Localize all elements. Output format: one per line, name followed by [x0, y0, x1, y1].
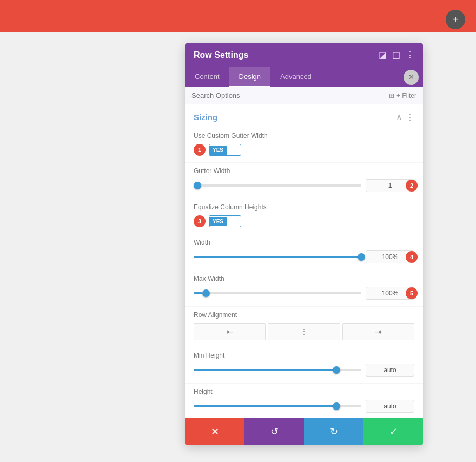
max-width-track[interactable]: [194, 292, 361, 294]
toggle-thumb-1: [227, 145, 240, 155]
align-center-button[interactable]: ⋮: [268, 323, 340, 340]
tab-advanced[interactable]: Advanced: [270, 67, 321, 87]
setting-max-width: Max Width 5: [185, 270, 423, 307]
use-custom-gutter-width-toggle-row: 1 YES: [194, 144, 414, 156]
gutter-width-value-wrap: 2: [366, 179, 414, 192]
max-width-label: Max Width: [194, 275, 414, 282]
equalize-col-heights-toggle-row: 3 YES: [194, 215, 414, 227]
gutter-width-slider-row: 2: [194, 179, 414, 192]
align-right-icon: ⇥: [375, 327, 381, 336]
setting-height: Height: [185, 384, 423, 418]
row-settings-panel: Row Settings ◪ ◫ ⋮ Content Design Advanc…: [185, 43, 423, 445]
search-bar: ⊞ + Filter: [185, 87, 423, 104]
setting-use-custom-gutter-width: Use Custom Gutter Width 1 YES: [185, 128, 423, 163]
filter-icon: ⊞: [389, 92, 394, 100]
row-alignment-label: Row Alignment: [194, 311, 414, 319]
section-actions: ∧ ⋮: [396, 112, 414, 122]
gutter-width-track[interactable]: [194, 184, 361, 187]
max-width-value-wrap: 5: [366, 287, 414, 300]
min-height-track[interactable]: [194, 369, 361, 371]
align-center-icon: ⋮: [300, 327, 308, 336]
toggle-1[interactable]: YES: [209, 144, 241, 156]
section-more-icon[interactable]: ⋮: [406, 112, 414, 122]
alignment-row: ⇤ ⋮ ⇥: [194, 323, 414, 340]
close-button[interactable]: ✕: [404, 70, 419, 85]
width-track[interactable]: [194, 256, 361, 258]
undo-button[interactable]: ↺: [244, 418, 304, 445]
collapse-icon[interactable]: ∧: [396, 112, 402, 122]
undo-icon: ↺: [270, 426, 279, 438]
top-bar: [0, 0, 476, 32]
width-value-wrap: 4: [366, 250, 414, 263]
toggle-3[interactable]: YES: [209, 215, 241, 227]
panel-header-icons: ◪ ◫ ⋮: [379, 50, 414, 60]
badge-4: 4: [406, 251, 418, 263]
badge-1: 1: [194, 144, 206, 156]
badge-5: 5: [406, 287, 418, 299]
setting-width: Width 4: [185, 234, 423, 270]
layout-icon[interactable]: ◫: [392, 50, 400, 60]
tab-design[interactable]: Design: [229, 67, 270, 87]
panel-footer: ✕ ↺ ↻ ✓: [185, 418, 423, 445]
use-custom-gutter-width-label: Use Custom Gutter Width: [194, 132, 414, 140]
filter-button[interactable]: ⊞ + Filter: [389, 92, 416, 100]
section-header: Sizing ∧ ⋮: [185, 104, 423, 128]
setting-min-height: Min Height: [185, 347, 423, 384]
cancel-icon: ✕: [211, 426, 219, 438]
responsive-icon[interactable]: ◪: [379, 50, 387, 60]
min-height-input[interactable]: [366, 364, 414, 377]
tab-content[interactable]: Content: [185, 67, 229, 87]
filter-label: + Filter: [396, 92, 416, 100]
setting-row-alignment: Row Alignment ⇤ ⋮ ⇥: [185, 307, 423, 347]
badge-2: 2: [406, 180, 418, 192]
more-icon[interactable]: ⋮: [406, 50, 414, 60]
width-label: Width: [194, 239, 414, 246]
redo-button[interactable]: ↻: [304, 418, 363, 445]
height-label: Height: [194, 388, 414, 395]
max-width-slider-row: 5: [194, 287, 414, 300]
panel-body: Sizing ∧ ⋮ Use Custom Gutter Width 1 YES…: [185, 104, 423, 418]
cancel-button[interactable]: ✕: [185, 418, 244, 445]
min-height-label: Min Height: [194, 352, 414, 359]
badge-3: 3: [194, 215, 206, 227]
toggle-thumb-3: [227, 216, 240, 226]
width-slider-row: 4: [194, 250, 414, 263]
min-height-slider-row: [194, 364, 414, 377]
align-right-button[interactable]: ⇥: [342, 323, 414, 340]
panel-title: Row Settings: [194, 50, 248, 60]
equalize-column-heights-label: Equalize Column Heights: [194, 203, 414, 211]
height-slider-row: [194, 400, 414, 413]
height-track[interactable]: [194, 405, 361, 407]
redo-icon: ↻: [330, 426, 338, 438]
align-left-icon: ⇤: [227, 327, 233, 336]
align-left-button[interactable]: ⇤: [194, 323, 266, 340]
setting-equalize-column-heights: Equalize Column Heights 3 YES: [185, 199, 423, 234]
toggle-yes-3: YES: [209, 217, 227, 226]
setting-gutter-width: Gutter Width 2: [185, 163, 423, 199]
save-button[interactable]: ✓: [363, 418, 423, 445]
panel-header: Row Settings ◪ ◫ ⋮: [185, 43, 423, 67]
search-input[interactable]: [191, 91, 389, 100]
plus-icon: +: [452, 14, 459, 26]
panel-tabs: Content Design Advanced ✕: [185, 67, 423, 87]
toggle-yes-1: YES: [209, 146, 227, 155]
height-input[interactable]: [366, 400, 414, 413]
section-title: Sizing: [194, 113, 217, 122]
add-button[interactable]: +: [446, 10, 465, 29]
save-icon: ✓: [389, 426, 398, 438]
gutter-width-label: Gutter Width: [194, 167, 414, 175]
